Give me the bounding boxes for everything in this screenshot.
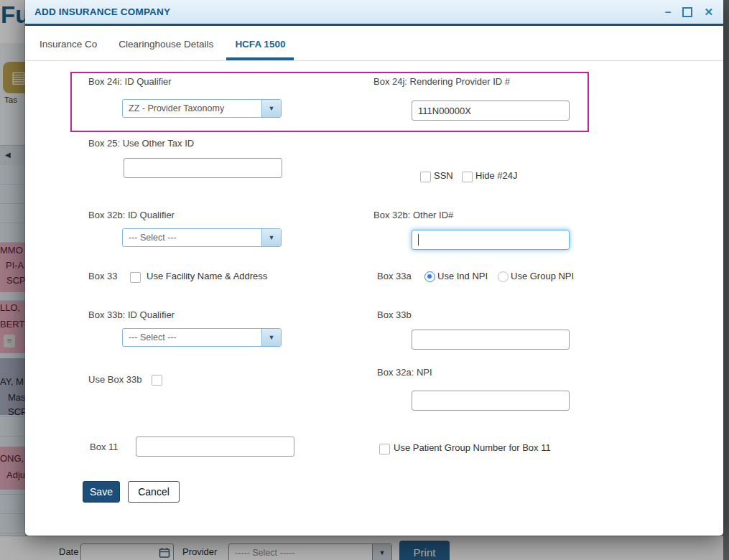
use-box33b-checkbox[interactable] [152,375,162,386]
dropdown-arrow-glyph: ▼ [269,106,275,112]
box33b-qualifier-label: Box 33b: ID Qualifier [88,309,175,320]
box33-label: Box 33 [88,271,117,281]
use-group-npi-radio[interactable] [498,271,509,282]
tab-hcfa-1500[interactable]: HCFA 1500 [226,39,294,60]
hide-24j-checkbox-label: Hide #24J [475,170,518,181]
box25-label: Box 25: Use Other Tax ID [88,138,194,149]
use-ind-npi-radio-label: Use Ind NPI [437,271,488,281]
use-ind-npi-radio[interactable] [424,271,435,282]
box32b-other-id-label: Box 32b: Other ID# [373,210,453,220]
dialog-titlebar: ADD INSURANCE COMPANY − ✕ [25,0,723,26]
maximize-icon[interactable] [682,7,692,17]
use-box33b-label: Use Box 33b [88,374,141,385]
box32a-npi-input[interactable] [412,391,570,411]
box33b-input[interactable] [412,330,570,350]
hide-24j-checkbox[interactable] [462,172,473,182]
cancel-button[interactable]: Cancel [128,481,180,503]
chevron-down-icon: ▼ [261,229,281,246]
use-facility-checkbox-label: Use Facility Name & Address [147,271,267,281]
box32b-qualifier-value: --- Select --- [123,229,261,246]
text-caret [418,234,419,246]
box24i-label: Box 24i: ID Qualifier [88,76,172,87]
box32b-qualifier-dropdown[interactable]: --- Select --- ▼ [122,228,282,247]
dropdown-arrow-glyph: ▼ [269,335,275,341]
screen: Fu ▤ Tas ◀ MMO PI-A SCP LLO, BERT ≡ AY, … [0,0,729,560]
box32b-other-id-input[interactable] [412,230,570,250]
tab-insurance-co[interactable]: Insurance Co [31,39,106,60]
dropdown-arrow-glyph: ▼ [269,235,275,241]
box33b-qualifier-dropdown[interactable]: --- Select --- ▼ [122,328,282,347]
ssn-checkbox-label: SSN [434,170,453,181]
box33a-label: Box 33a [377,271,412,281]
minimize-icon[interactable]: − [665,6,672,17]
box32b-qualifier-label: Box 32b: ID Qualifier [88,210,175,220]
window-controls: − ✕ [665,0,713,24]
chevron-down-icon: ▼ [261,100,281,117]
ssn-checkbox[interactable] [420,172,431,182]
dialog-title: ADD INSURANCE COMPANY [34,0,170,24]
add-insurance-company-dialog: ADD INSURANCE COMPANY − ✕ Insurance Co C… [25,0,723,536]
chevron-down-icon: ▼ [261,329,281,346]
use-facility-checkbox[interactable] [130,272,141,283]
close-icon[interactable]: ✕ [704,6,713,17]
box25-other-tax-id-input[interactable] [124,158,282,178]
patient-group-checkbox[interactable] [379,444,390,454]
box24i-qualifier-dropdown[interactable]: ZZ - Provider Taxonomy ▼ [122,99,282,118]
save-button[interactable]: Save [83,481,120,503]
box32a-npi-label: Box 32a: NPI [377,367,432,378]
box11-label: Box 11 [90,442,119,452]
patient-group-checkbox-label: Use Patient Group Number for Box 11 [394,442,551,453]
dialog-tabs: Insurance Co Clearinghouse Details HCFA … [25,26,723,61]
box24i-qualifier-value: ZZ - Provider Taxonomy [123,100,261,117]
box33b-label: Box 33b [377,309,412,320]
box33b-qualifier-value: --- Select --- [123,329,261,346]
box24j-rendering-provider-input[interactable] [412,101,570,121]
use-group-npi-radio-label: Use Group NPI [511,271,574,281]
box24j-label: Box 24j: Rendering Provider ID # [373,76,510,87]
box11-input[interactable] [136,437,294,457]
tab-clearinghouse-details[interactable]: Clearinghouse Details [110,39,222,60]
